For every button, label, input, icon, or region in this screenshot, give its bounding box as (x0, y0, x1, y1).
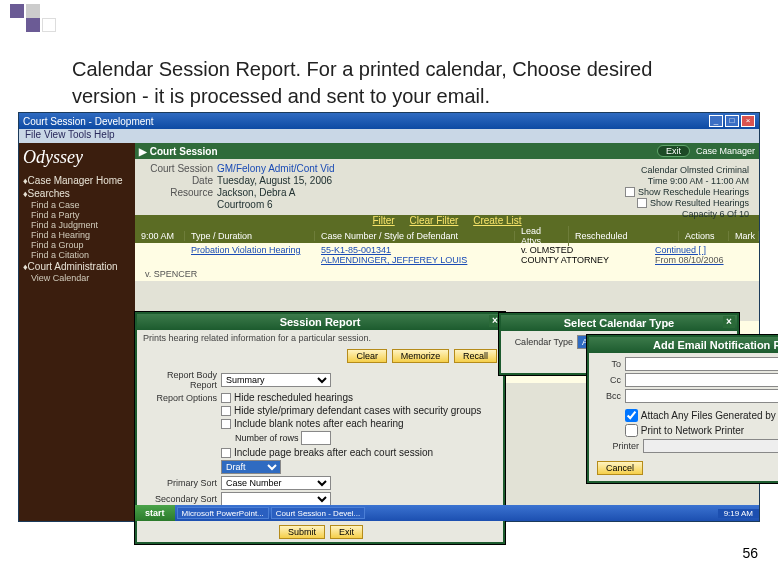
clear-button[interactable]: Clear (347, 349, 387, 363)
label: Print to Network Printer (641, 425, 744, 436)
dialog-title: Add Email Notification Recipients (653, 339, 778, 351)
cancel-button[interactable]: Cancel (597, 461, 643, 475)
label: Printer (595, 441, 643, 451)
rows-input[interactable] (301, 431, 331, 445)
taskbar: start Microsoft PowerPoint... Court Sess… (135, 505, 759, 521)
start-button[interactable]: start (135, 505, 175, 521)
session-link[interactable]: GM/Felony Admit/Cont Vid (217, 163, 335, 174)
memorize-button[interactable]: Memorize (392, 349, 450, 363)
minimize-button[interactable]: _ (709, 115, 723, 127)
label: Date (141, 175, 217, 186)
nav-view-calendar[interactable]: View Calendar (23, 273, 131, 283)
page-number: 56 (742, 545, 758, 561)
include-blank-checkbox[interactable] (221, 419, 231, 429)
label: Court Session (141, 163, 217, 174)
create-list-link[interactable]: Create List (473, 215, 521, 226)
nav-find-judgment[interactable]: Find a Judgment (23, 220, 131, 230)
label: Time (648, 176, 668, 186)
time-value: 9:00 AM - 11:00 AM (670, 176, 749, 186)
nav-admin[interactable]: Court Administration (23, 260, 131, 273)
date-value: Tuesday, August 15, 2006 (217, 175, 332, 186)
printer-input[interactable] (643, 439, 778, 453)
email-recipients-dialog: Add Email Notification Recipients× To Cc… (587, 335, 778, 483)
col-time: 9:00 AM (135, 231, 185, 241)
draft-select[interactable]: Draft (221, 460, 281, 474)
resource-value: Jackson, Debra A (217, 187, 295, 198)
resource-value2: Courtroom 6 (217, 199, 273, 210)
nav-home[interactable]: Case Manager Home (23, 174, 131, 187)
nav-find-citation[interactable]: Find a Citation (23, 250, 131, 260)
col-type: Type / Duration (185, 231, 315, 241)
menu-bar[interactable]: File View Tools Help (19, 129, 759, 143)
label: Show Resulted Hearings (650, 198, 749, 208)
calendar-value: Olmsted Criminal (680, 165, 749, 175)
bcc-input[interactable] (625, 389, 778, 403)
window-titlebar: Court Session - Development _ □ × (19, 113, 759, 129)
col-mark: Mark (729, 231, 759, 241)
hide-style-checkbox[interactable] (221, 406, 231, 416)
label: Hide style/primary defendant cases with … (234, 405, 481, 416)
submit-button[interactable]: Submit (279, 525, 325, 539)
dialog-subtitle: Prints hearing related information for a… (137, 330, 503, 346)
secondary-sort-select[interactable] (221, 492, 331, 506)
col-actions: Actions (679, 231, 729, 241)
logo: Odyssey (23, 147, 131, 168)
sidebar: Odyssey Case Manager Home Searches Find … (19, 143, 135, 521)
nav-find-hearing[interactable]: Find a Hearing (23, 230, 131, 240)
nav-find-group[interactable]: Find a Group (23, 240, 131, 250)
taskbar-item[interactable]: Court Session - Devel... (271, 507, 365, 519)
label: Calendar (641, 165, 678, 175)
panel-title: ▶ Court Session (139, 146, 218, 157)
label: Cc (595, 375, 625, 385)
close-button[interactable]: × (741, 115, 755, 127)
nav-find-case[interactable]: Find a Case (23, 200, 131, 210)
label: Show Reschedule Hearings (638, 187, 749, 197)
table-row[interactable]: Probation Violation Hearing 55-K1-85-001… (135, 243, 759, 267)
resched-link[interactable]: Continued [ ]From 08/10/2006 (649, 245, 759, 265)
primary-sort-select[interactable]: Case Number (221, 476, 331, 490)
list-item: v. SPENCER (135, 267, 759, 281)
dialog-title: Select Calendar Type (564, 317, 674, 329)
page-break-checkbox[interactable] (221, 448, 231, 458)
case-link[interactable]: 55-K1-85-001341ALMENDINGER, JEFFEREY LOU… (315, 245, 515, 265)
hide-resched-checkbox[interactable] (221, 393, 231, 403)
nav-find-party[interactable]: Find a Party (23, 210, 131, 220)
label: Report Options (143, 393, 221, 403)
nav-searches[interactable]: Searches (23, 187, 131, 200)
tray-clock: 9:19 AM (718, 509, 759, 518)
show-resulted-checkbox[interactable] (637, 198, 647, 208)
case-manager-label: Case Manager (696, 146, 755, 156)
label: Number of rows (221, 433, 299, 443)
label: Secondary Sort (143, 494, 221, 504)
print-network-checkbox[interactable] (625, 424, 638, 437)
to-input[interactable] (625, 357, 778, 371)
session-detail: Court SessionGM/Felony Admit/Cont Vid Da… (135, 159, 759, 215)
show-resched-checkbox[interactable] (625, 187, 635, 197)
hearing-type-link[interactable]: Probation Violation Hearing (185, 245, 315, 265)
app-title-text: Court Session - Development (23, 116, 154, 127)
clear-filter-link[interactable]: Clear Filter (409, 215, 458, 226)
close-icon[interactable]: × (723, 316, 735, 328)
dialog-title: Session Report (280, 316, 361, 328)
maximize-button[interactable]: □ (725, 115, 739, 127)
label: To (595, 359, 625, 369)
taskbar-item[interactable]: Microsoft PowerPoint... (177, 507, 269, 519)
exit-button[interactable]: Exit (330, 525, 363, 539)
label: Hide rescheduled hearings (234, 392, 353, 403)
col-case: Case Number / Style of Defendant (315, 231, 515, 241)
label: Include blank notes after each hearing (234, 418, 404, 429)
label: Resource (141, 187, 217, 198)
attach-files-checkbox[interactable] (625, 409, 638, 422)
label: Report Body Report (143, 370, 221, 390)
cc-input[interactable] (625, 373, 778, 387)
slide-decor (10, 4, 58, 32)
report-body-select[interactable]: Summary (221, 373, 331, 387)
label: Calendar Type (507, 337, 577, 347)
filter-link[interactable]: Filter (372, 215, 394, 226)
exit-button[interactable]: Exit (657, 145, 690, 157)
label (141, 199, 217, 210)
recall-button[interactable]: Recall (454, 349, 497, 363)
app-window: Court Session - Development _ □ × File V… (18, 112, 760, 522)
main-panel: ▶ Court Session Exit Case Manager Court … (135, 143, 759, 521)
label: Primary Sort (143, 478, 221, 488)
